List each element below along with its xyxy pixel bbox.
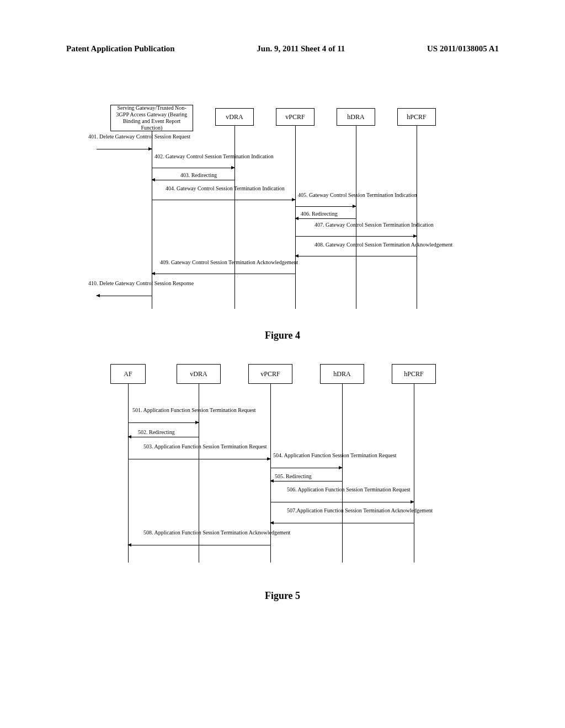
msg-408-arrow [295, 256, 417, 256]
msg-407-label: 407. Gateway Control Session Termination… [315, 222, 425, 228]
lifeline-hpcrf5 [414, 384, 414, 563]
lifeline-box-hpcrf5: hPCRF [392, 364, 436, 384]
figure-4-caption: Figure 4 [0, 330, 565, 341]
msg-503-arrow [128, 459, 270, 459]
msg-507-arrow [270, 523, 414, 523]
msg-501-label: 501. Application Function Session Termin… [132, 407, 221, 414]
header-left: Patent Application Publication [66, 44, 175, 53]
page-header: Patent Application Publication Jun. 9, 2… [0, 44, 565, 53]
msg-409-arrow [152, 274, 295, 274]
figure-4-diagram: Serving Gateway/Trusted Non-3GPP Access … [94, 105, 480, 309]
msg-408-label: 408. Gateway Control Session Termination… [315, 242, 425, 248]
lifeline-af [128, 384, 129, 563]
msg-502-arrow [128, 437, 199, 437]
msg-410-arrow [97, 296, 152, 296]
msg-504-label: 504. Application Function Session Termin… [273, 452, 372, 459]
msg-406-label: 406. Redirecting [301, 211, 356, 217]
msg-501-arrow [128, 422, 199, 423]
msg-507-label: 507.Application Function Session Termina… [287, 507, 408, 514]
lifeline-hdra [356, 126, 356, 309]
msg-508-label: 508. Application Function Session Termin… [143, 529, 265, 536]
lifeline-box-af: AF [110, 364, 146, 384]
msg-503-label: 503. Application Function Session Termin… [143, 443, 254, 450]
lifeline-box-hpcrf: hPCRF [397, 108, 436, 126]
lifeline-hdra5 [342, 384, 343, 563]
msg-402-arrow [152, 168, 234, 168]
figure-5-caption: Figure 5 [0, 590, 565, 602]
lifeline-box-hdra: hDRA [337, 108, 375, 126]
msg-405-arrow [295, 206, 356, 207]
msg-506-arrow [270, 502, 414, 502]
msg-403-arrow [152, 180, 234, 180]
msg-407-arrow [295, 236, 417, 237]
lifeline-box-sgw: Serving Gateway/Trusted Non-3GPP Access … [110, 105, 193, 131]
msg-404-arrow [152, 200, 295, 200]
header-right: US 2011/0138005 A1 [427, 44, 499, 53]
lifeline-box-vdra: vDRA [215, 108, 254, 126]
msg-405-label: 405. Gateway Control Session Termination… [298, 192, 392, 199]
lifeline-box-hdra5: hDRA [320, 364, 364, 384]
lifeline-hpcrf [417, 126, 417, 309]
msg-406-arrow [295, 218, 356, 219]
msg-505-label: 505. Redirecting [275, 473, 335, 480]
msg-410-label: 410. Delete Gateway Control Session Resp… [88, 280, 166, 287]
msg-401-label: 401. Delete Gateway Control Session Requ… [88, 133, 166, 140]
lifeline-vpcrf5 [270, 384, 271, 563]
msg-502-label: 502. Redirecting [138, 429, 193, 436]
figure-5-diagram: AF vDRA vPCRF hDRA hPCRF 501. Applicatio… [105, 364, 458, 568]
msg-401-arrow [97, 149, 152, 149]
lifeline-box-vpcrf5: vPCRF [248, 364, 292, 384]
msg-506-label: 506. Application Function Session Termin… [287, 486, 408, 493]
lifeline-box-vdra5: vDRA [177, 364, 221, 384]
msg-402-label: 402. Gateway Control Session Termination… [154, 153, 243, 160]
msg-508-arrow [128, 545, 270, 545]
msg-403-label: 403. Redirecting [171, 172, 226, 179]
msg-505-arrow [270, 481, 342, 481]
lifeline-box-vpcrf: vPCRF [276, 108, 315, 126]
msg-409-label: 409. Gateway Control Session Termination… [160, 259, 287, 266]
msg-404-label: 404. Gateway Control Session Termination… [166, 185, 265, 192]
msg-504-arrow [270, 468, 342, 468]
header-center: Jun. 9, 2011 Sheet 4 of 11 [257, 44, 345, 53]
